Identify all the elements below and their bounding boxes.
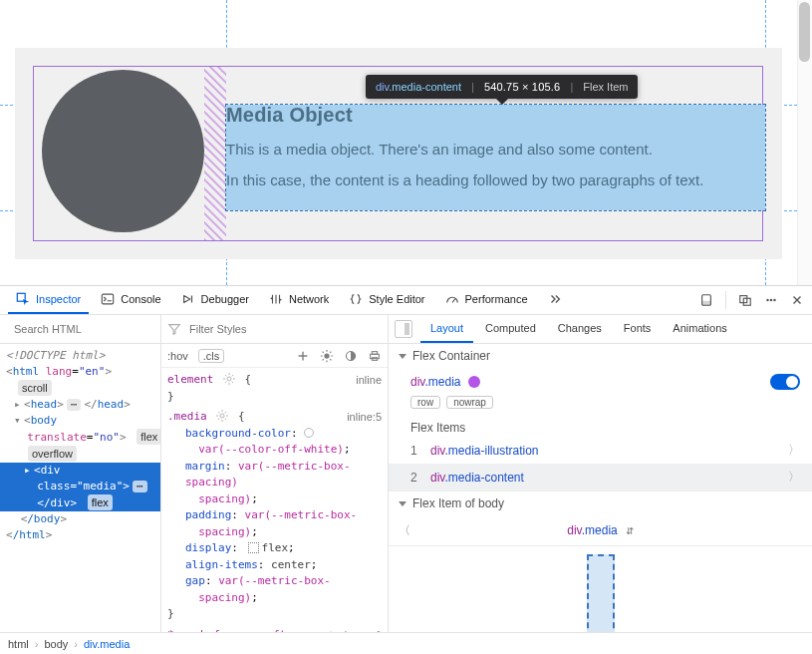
breadcrumb[interactable]: html› body› div.media bbox=[0, 632, 812, 654]
page-preview: Media Object This is a media object. The… bbox=[0, 0, 812, 285]
page-scrollbar[interactable] bbox=[797, 0, 812, 285]
dom-pane: <!DOCTYPE html> <html lang="en"> scroll … bbox=[0, 315, 161, 632]
performance-icon bbox=[445, 292, 459, 306]
tab-debugger[interactable]: Debugger bbox=[173, 286, 257, 314]
layout-tab-layout[interactable]: Layout bbox=[420, 315, 473, 343]
flex-item-row[interactable]: 2 div.media-content 〉 bbox=[389, 464, 812, 490]
media-illustration-circle bbox=[42, 70, 204, 232]
chevron-right-icon: 〉 bbox=[788, 442, 800, 459]
chevron-left-icon[interactable]: 〈 bbox=[399, 522, 410, 539]
rules-list[interactable]: inlineelement { } inline:5.media { backg… bbox=[161, 368, 388, 632]
flex-items-heading: Flex Items bbox=[389, 415, 812, 437]
dom-search-bar bbox=[0, 315, 160, 344]
dom-node[interactable]: ▸<head>⋯</head> bbox=[0, 397, 160, 413]
color-dot[interactable] bbox=[468, 376, 480, 388]
dom-node[interactable]: </body> bbox=[0, 511, 160, 527]
svg-point-6 bbox=[766, 299, 768, 301]
overflow-badge: overflow bbox=[28, 446, 77, 462]
add-rule-icon[interactable] bbox=[296, 349, 310, 363]
layout-tab-fonts[interactable]: Fonts bbox=[614, 315, 662, 343]
layout-tab-animations[interactable]: Animations bbox=[663, 315, 736, 343]
tab-label: Style Editor bbox=[369, 293, 424, 305]
gear-icon[interactable] bbox=[223, 373, 235, 385]
gear-icon[interactable] bbox=[216, 410, 228, 422]
media-content-text: Media Object This is a media object. The… bbox=[226, 104, 765, 188]
contrast-icon[interactable] bbox=[344, 349, 358, 363]
section-flex-container[interactable]: Flex Container bbox=[389, 344, 812, 368]
scroll-badge: scroll bbox=[18, 380, 52, 396]
svg-rect-1 bbox=[103, 294, 114, 304]
rules-pane: :hov .cls inlineelement { } inline:5.med… bbox=[161, 315, 389, 632]
debugger-icon bbox=[181, 292, 195, 306]
style-editor-icon bbox=[349, 292, 363, 306]
svg-rect-3 bbox=[702, 301, 711, 305]
filter-styles-input[interactable] bbox=[187, 322, 382, 336]
print-icon[interactable] bbox=[368, 349, 382, 363]
tab-style-editor[interactable]: Style Editor bbox=[341, 286, 432, 314]
dom-node[interactable]: ▾<body bbox=[0, 413, 160, 429]
flex-item-diagram bbox=[389, 546, 812, 632]
overlay-toggle[interactable] bbox=[770, 374, 800, 390]
layout-pane: Layout Computed Changes Fonts Animations… bbox=[389, 315, 812, 632]
media-paragraph: In this case, the content is a heading f… bbox=[226, 171, 765, 188]
swap-icon: ⇵ bbox=[626, 525, 634, 536]
media-heading: Media Object bbox=[226, 104, 765, 127]
close-icon[interactable] bbox=[790, 293, 804, 307]
tab-network[interactable]: Network bbox=[261, 286, 337, 314]
tab-inspector[interactable]: Inspector bbox=[8, 286, 89, 314]
tab-console[interactable]: Console bbox=[93, 286, 168, 314]
flex-icon[interactable] bbox=[248, 542, 259, 553]
hov-toggle[interactable]: :hov bbox=[167, 350, 188, 362]
inspector-tooltip: div.media-content | 540.75 × 105.6 | Fle… bbox=[366, 75, 638, 99]
flex-nowrap-badge: nowrap bbox=[446, 396, 493, 409]
dom-search-input[interactable] bbox=[12, 322, 153, 336]
layout-tab-changes[interactable]: Changes bbox=[548, 315, 612, 343]
chevron-right-icon: 〉 bbox=[788, 469, 800, 486]
console-icon bbox=[101, 292, 115, 306]
inspector-icon bbox=[16, 292, 30, 306]
meatballs-icon[interactable] bbox=[764, 293, 778, 307]
dom-node-selected[interactable]: ▸<div bbox=[0, 463, 160, 479]
toolbar-overflow[interactable] bbox=[540, 286, 570, 314]
cls-toggle[interactable]: .cls bbox=[198, 349, 225, 363]
svg-point-7 bbox=[770, 299, 772, 301]
devtools: Inspector Console Debugger Network Style… bbox=[0, 285, 812, 654]
tab-label: Debugger bbox=[201, 293, 249, 305]
flex-gap-hatch bbox=[204, 67, 226, 240]
svg-point-10 bbox=[324, 353, 329, 358]
dock-window-icon[interactable] bbox=[738, 293, 752, 307]
dock-side-icon[interactable] bbox=[699, 293, 713, 307]
sidebar-toggle-icon[interactable] bbox=[395, 320, 412, 338]
section-flex-item-of[interactable]: Flex Item of body bbox=[389, 491, 812, 515]
chevron-double-right-icon bbox=[548, 292, 562, 306]
svg-point-16 bbox=[220, 414, 224, 418]
flex-item-row[interactable]: 1 div.media-illustration 〉 bbox=[389, 437, 812, 464]
tab-label: Network bbox=[289, 293, 329, 305]
filter-icon bbox=[167, 322, 181, 336]
svg-point-8 bbox=[773, 299, 775, 301]
tab-performance[interactable]: Performance bbox=[437, 286, 536, 314]
network-icon bbox=[269, 292, 283, 306]
color-swatch[interactable] bbox=[304, 428, 314, 438]
dom-node[interactable]: </html> bbox=[0, 527, 160, 543]
tab-label: Inspector bbox=[36, 293, 81, 305]
flex-badge[interactable]: flex bbox=[136, 429, 160, 445]
media-paragraph: This is a media object. There's an image… bbox=[226, 141, 765, 158]
light-icon[interactable] bbox=[320, 349, 334, 363]
layout-tab-computed[interactable]: Computed bbox=[475, 315, 546, 343]
svg-point-15 bbox=[227, 377, 231, 381]
tab-label: Performance bbox=[465, 293, 528, 305]
flex-row-badge: row bbox=[410, 396, 440, 409]
devtools-toolbar: Inspector Console Debugger Network Style… bbox=[0, 286, 812, 315]
flex-parent-crumb[interactable]: 〈 div.media ⇵ bbox=[389, 515, 812, 546]
tab-label: Console bbox=[121, 293, 160, 305]
flex-badge[interactable]: flex bbox=[88, 494, 113, 510]
svg-rect-13 bbox=[372, 351, 377, 354]
dom-tree[interactable]: <!DOCTYPE html> <html lang="en"> scroll … bbox=[0, 344, 160, 632]
